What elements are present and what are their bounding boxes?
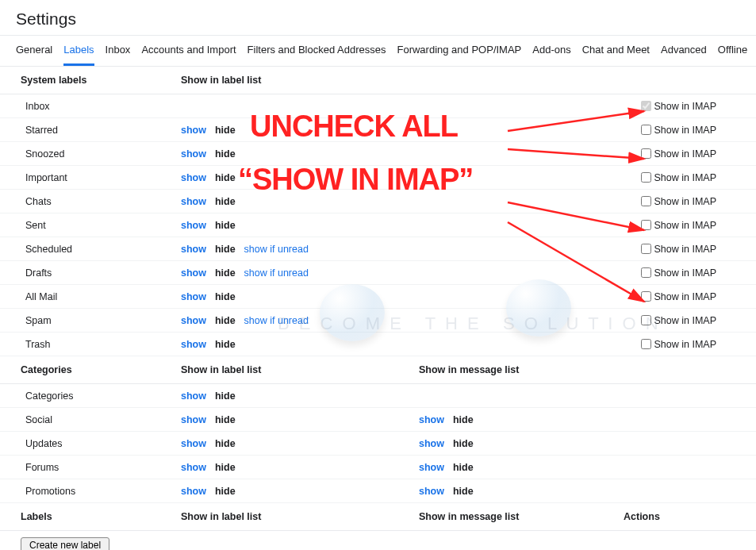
hide-link[interactable]: hide	[215, 390, 236, 402]
show-in-imap-checkbox[interactable]	[641, 267, 651, 278]
hide-link[interactable]: hide	[453, 486, 474, 497]
tab-forwarding-and-pop-imap[interactable]: Forwarding and POP/IMAP	[397, 36, 521, 66]
hide-link[interactable]: hide	[453, 438, 474, 449]
category-name: Promotions	[21, 486, 181, 497]
hide-link[interactable]: hide	[453, 462, 474, 473]
tabs-bar: GeneralLabelsInboxAccounts and ImportFil…	[0, 35, 756, 67]
system-label-row: Trashshow hideShow in IMAP	[0, 333, 756, 356]
header-show-message-list: Show in message list	[419, 364, 624, 375]
show-link[interactable]: show	[181, 291, 206, 302]
tab-inbox[interactable]: Inbox	[106, 36, 131, 66]
system-label-row: InboxShow in IMAP	[0, 94, 756, 118]
tab-labels[interactable]: Labels	[63, 36, 94, 66]
hide-link[interactable]: hide	[215, 339, 236, 350]
system-label-row: Importantshow hideShow in IMAP	[0, 166, 756, 190]
create-new-label-button[interactable]: Create new label	[21, 537, 109, 550]
label-name: Sent	[21, 220, 181, 231]
show-link[interactable]: show	[181, 462, 206, 473]
category-row: Forumsshow hideshow hide	[0, 456, 756, 479]
show-link[interactable]: show	[181, 244, 206, 255]
show-in-imap-label: Show in IMAP	[654, 244, 716, 255]
show-in-imap-label: Show in IMAP	[654, 125, 716, 136]
tab-add-ons[interactable]: Add-ons	[532, 36, 570, 66]
show-in-imap-label: Show in IMAP	[654, 339, 716, 350]
show-link[interactable]: show	[181, 196, 206, 207]
tab-accounts-and-import[interactable]: Accounts and Import	[141, 36, 236, 66]
show-link[interactable]: show	[181, 315, 206, 326]
show-in-imap-label: Show in IMAP	[654, 172, 716, 183]
hide-link[interactable]: hide	[215, 438, 236, 449]
show-in-imap-label: Show in IMAP	[654, 220, 716, 231]
tab-advanced[interactable]: Advanced	[661, 36, 707, 66]
show-link[interactable]: show	[181, 220, 206, 231]
show-in-imap-checkbox[interactable]	[641, 172, 651, 183]
show-link[interactable]: show	[181, 486, 206, 497]
hide-link[interactable]: hide	[453, 414, 474, 425]
tab-general[interactable]: General	[16, 36, 52, 66]
hide-link[interactable]: hide	[215, 414, 236, 425]
tab-chat-and-meet[interactable]: Chat and Meet	[582, 36, 650, 66]
show-link[interactable]: show	[181, 390, 206, 402]
hide-link[interactable]: hide	[215, 486, 236, 497]
hide-link[interactable]: hide	[215, 267, 236, 279]
header-show-label-list-3: Show in label list	[181, 511, 419, 522]
label-name: Drafts	[21, 267, 181, 279]
show-in-imap-checkbox[interactable]	[641, 315, 651, 325]
system-label-row: Snoozedshow hideShow in IMAP	[0, 142, 756, 166]
show-link[interactable]: show	[181, 148, 206, 160]
hide-link[interactable]: hide	[215, 220, 236, 231]
category-name: Social	[21, 414, 181, 425]
show-link[interactable]: show	[419, 438, 444, 449]
category-name: Forums	[21, 462, 181, 473]
header-show-label-list: Show in label list	[181, 75, 419, 86]
show-link[interactable]: show	[419, 414, 444, 425]
hide-link[interactable]: hide	[215, 196, 236, 207]
show-link[interactable]: show	[181, 438, 206, 449]
category-row: Promotionsshow hideshow hide	[0, 479, 756, 503]
show-in-imap-checkbox	[641, 101, 651, 111]
hide-link[interactable]: hide	[215, 172, 236, 183]
show-link[interactable]: show	[181, 172, 206, 183]
hide-link[interactable]: hide	[215, 462, 236, 473]
show-in-imap-checkbox[interactable]	[641, 196, 651, 206]
label-name: Spam	[21, 315, 181, 326]
show-if-unread-link[interactable]: show if unread	[244, 267, 309, 279]
show-in-imap-label: Show in IMAP	[654, 267, 716, 279]
category-row: Categoriesshow hide	[0, 384, 756, 408]
show-link[interactable]: show	[419, 462, 444, 473]
show-in-imap-checkbox[interactable]	[641, 148, 651, 159]
hide-link[interactable]: hide	[215, 315, 236, 326]
show-in-imap-checkbox[interactable]	[641, 125, 651, 135]
header-show-message-list-2: Show in message list	[419, 511, 624, 522]
show-in-imap-checkbox[interactable]	[641, 291, 651, 302]
header-categories: Categories	[21, 364, 181, 375]
show-link[interactable]: show	[181, 339, 206, 350]
show-in-imap-checkbox[interactable]	[641, 339, 651, 349]
system-label-row: Draftsshow hide show if unreadShow in IM…	[0, 261, 756, 285]
labels-header: Labels Show in label list Show in messag…	[0, 503, 756, 531]
show-in-imap-checkbox[interactable]	[641, 220, 651, 230]
system-label-row: Spamshow hide show if unreadShow in IMAP	[0, 309, 756, 333]
tab-filters-and-blocked-addresses[interactable]: Filters and Blocked Addresses	[248, 36, 386, 66]
header-show-label-list-2: Show in label list	[181, 364, 419, 375]
show-link[interactable]: show	[181, 267, 206, 279]
category-row: Socialshow hideshow hide	[0, 408, 756, 432]
show-in-imap-label: Show in IMAP	[654, 196, 716, 207]
hide-link[interactable]: hide	[215, 244, 236, 255]
show-link[interactable]: show	[419, 486, 444, 497]
system-label-row: Sentshow hideShow in IMAP	[0, 213, 756, 237]
category-row: Updatesshow hideshow hide	[0, 432, 756, 456]
show-link[interactable]: show	[181, 414, 206, 425]
show-link[interactable]: show	[181, 125, 206, 136]
show-if-unread-link[interactable]: show if unread	[244, 315, 309, 326]
hide-link[interactable]: hide	[215, 125, 236, 136]
show-in-imap-checkbox[interactable]	[641, 244, 651, 254]
label-name: Inbox	[21, 101, 181, 112]
hide-link[interactable]: hide	[215, 291, 236, 302]
show-if-unread-link[interactable]: show if unread	[244, 244, 309, 255]
tab-offline[interactable]: Offline	[718, 36, 747, 66]
show-in-imap-label: Show in IMAP	[654, 148, 716, 160]
system-label-row: All Mailshow hideShow in IMAP	[0, 285, 756, 309]
page-title: Settings	[16, 10, 740, 29]
hide-link[interactable]: hide	[215, 148, 236, 160]
